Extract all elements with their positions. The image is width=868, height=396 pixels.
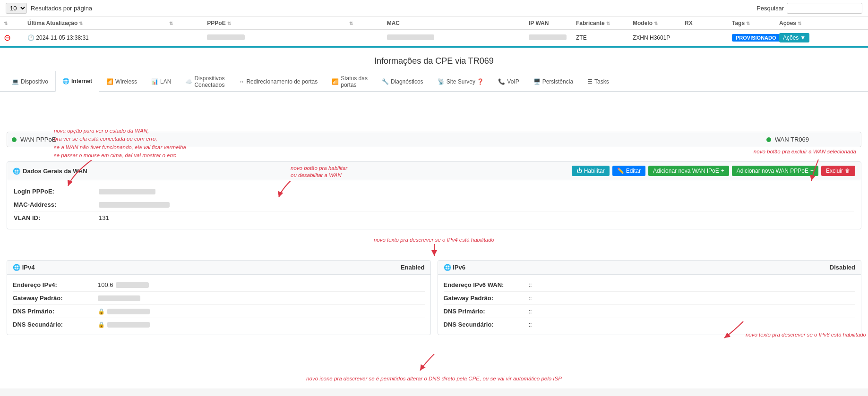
tab-wireless[interactable]: 📶 Wireless bbox=[99, 71, 144, 92]
col-rx-label: RX bbox=[685, 20, 693, 26]
col-acoes-label: Ações bbox=[779, 20, 796, 26]
col-tags: Tags ⇅ bbox=[732, 20, 779, 26]
ipv6-body: Endereço IPv6 WAN: :: Gateway Padrão: ::… bbox=[438, 275, 861, 335]
pppoe-blurred bbox=[207, 34, 245, 40]
sort-icon-3: ⇅ bbox=[169, 21, 173, 26]
row-modelo: ZXHN H3601P bbox=[633, 34, 685, 41]
ipv6-endereco-label: Endereço IPv6 WAN: bbox=[444, 281, 529, 288]
arrow-ipv4-enabled bbox=[420, 244, 448, 258]
wan-pppoe-label: WAN PPPoE bbox=[12, 136, 56, 143]
ipv6-gateway-label: Gateway Padrão: bbox=[444, 295, 529, 302]
table-header: ⇅ Última Atualização ⇅ ⇅ PPPoE ⇅ ⇅ MAC I… bbox=[0, 17, 868, 30]
ipv6-icon: 🌐 bbox=[444, 264, 451, 271]
habilitar-button[interactable]: ⏻ Habilitar bbox=[572, 166, 610, 176]
col-ip-wan: IP WAN bbox=[529, 20, 576, 26]
tab-site-survey-label: Site Survey ❓ bbox=[447, 78, 484, 85]
content-area: nova opção para ver o estado da WAN, pra… bbox=[0, 92, 868, 388]
diagnosticos-icon: 🔧 bbox=[382, 78, 389, 85]
status-icon: ⊖ bbox=[4, 33, 11, 42]
field-ipv4-gateway: Gateway Padrão: bbox=[13, 292, 425, 305]
col-empty1: ⇅ bbox=[169, 20, 207, 26]
chevron-down-icon: ▼ bbox=[800, 34, 806, 41]
tab-dispositivo-label: Dispositivo bbox=[21, 78, 48, 85]
ipv4-dns-primario-value: 🔒 bbox=[98, 308, 150, 315]
col-pppoe-label: PPPoE bbox=[207, 20, 225, 26]
sort-icon-7: ⇅ bbox=[654, 21, 658, 26]
tab-voip-label: VoIP bbox=[507, 78, 519, 85]
tab-site-survey[interactable]: 📡 Site Survey ❓ bbox=[430, 71, 491, 92]
col-fabricante: Fabricante ⇅ bbox=[576, 20, 633, 26]
ipv6-gateway-value: :: bbox=[529, 295, 532, 302]
field-ipv6-endereco: Endereço IPv6 WAN: :: bbox=[444, 278, 856, 292]
login-pppoe-label: Login PPPoE: bbox=[14, 188, 99, 195]
wan-title-text: Dados Gerais da WAN bbox=[23, 168, 87, 175]
redirecionamento-icon: ↔️ bbox=[239, 78, 244, 85]
sort-icon-4: ⇅ bbox=[227, 21, 231, 26]
col-tags-label: Tags bbox=[732, 20, 745, 26]
sort-icon-8: ⇅ bbox=[746, 21, 750, 26]
ipv6-dns-secundario-value: :: bbox=[529, 321, 532, 328]
tag-badge: PROVISIONADO bbox=[732, 34, 780, 42]
add-pppoe-button[interactable]: Adicionar nova WAN PPPoE + bbox=[732, 166, 818, 176]
row-ip-wan bbox=[529, 34, 576, 42]
tab-persistencia[interactable]: 🖥️ Persistência bbox=[526, 71, 580, 92]
wan-section: 🌐 Dados Gerais da WAN ⏻ Habilitar ✏️ Edi… bbox=[7, 161, 861, 229]
add-ioe-button[interactable]: Adicionar nova WAN IPoE + bbox=[648, 166, 729, 176]
col-mac: MAC bbox=[387, 20, 529, 26]
col-modelo-label: Modelo bbox=[633, 20, 653, 26]
excluir-button[interactable]: Excluir 🗑 bbox=[821, 166, 855, 176]
ipv4-icon: 🌐 bbox=[13, 264, 20, 271]
top-bar-right: Pesquisar bbox=[756, 3, 862, 14]
acoes-button[interactable]: Ações ▼ bbox=[779, 33, 809, 42]
mac-blurred bbox=[387, 34, 434, 40]
site-survey-icon: 📡 bbox=[438, 78, 445, 85]
annotation-ipv4-enabled: novo texto pra descrever se o IPv4 está … bbox=[374, 237, 494, 243]
ipv6-title: 🌐 IPv6 bbox=[444, 264, 465, 271]
tab-internet[interactable]: 🌐 Internet bbox=[55, 71, 99, 92]
row-mac bbox=[387, 34, 529, 42]
lock-icon-dns2: 🔒 bbox=[98, 321, 105, 328]
tab-status-portas[interactable]: 📶 Status dasportas bbox=[325, 71, 375, 92]
col-rx: RX bbox=[685, 20, 732, 26]
acoes-label: Ações bbox=[783, 34, 799, 41]
tab-tasks[interactable]: ☰ Tasks bbox=[580, 71, 616, 92]
ipv6-status: Disabled bbox=[830, 264, 855, 271]
ipv6-dns-primario-value: :: bbox=[529, 308, 532, 315]
wan-pppoe-dot bbox=[12, 137, 17, 142]
tab-persistencia-label: Persistência bbox=[542, 78, 573, 85]
field-vlan-id: VLAN ID: 131 bbox=[14, 211, 854, 224]
col-pppoe: PPPoE ⇅ bbox=[207, 20, 349, 26]
tab-internet-label: Internet bbox=[71, 78, 92, 84]
tab-lan-label: LAN bbox=[160, 78, 171, 85]
tab-redirecionamento[interactable]: ↔️ Redirecionamento de portas bbox=[232, 71, 325, 92]
ipv6-title-text: IPv6 bbox=[453, 264, 465, 271]
editar-button[interactable]: ✏️ Editar bbox=[612, 166, 645, 176]
ipv4-section: 🌐 IPv4 Enabled Endereço IPv4: 100.6 bbox=[7, 260, 431, 335]
tab-voip[interactable]: 📞 VoIP bbox=[491, 71, 526, 92]
field-mac-address: MAC-Address: bbox=[14, 198, 854, 211]
dispositivos-icon: ☁️ bbox=[185, 78, 192, 85]
mac-address-blurred bbox=[99, 202, 170, 208]
clock-icon: 🕐 bbox=[27, 34, 34, 41]
add-pppoe-label: Adicionar nova WAN PPPoE bbox=[737, 168, 808, 174]
annotation-dns-icon: novo icone pra descrever se é permitidos… bbox=[306, 376, 562, 381]
field-ipv4-endereco: Endereço IPv4: 100.6 bbox=[13, 278, 425, 292]
arrow-dns-icon bbox=[411, 354, 458, 373]
ipv4-header: 🌐 IPv4 Enabled bbox=[7, 261, 430, 275]
tab-dispositivos-conectados[interactable]: ☁️ DispositivosConectados bbox=[178, 71, 232, 92]
ipv6-section: 🌐 IPv6 Disabled Endereço IPv6 WAN: :: Ga… bbox=[438, 260, 862, 335]
row-tag: PROVISIONADO bbox=[732, 34, 779, 41]
results-per-page-select[interactable]: 10 25 50 bbox=[6, 3, 27, 14]
col-acoes: Ações ⇅ bbox=[779, 20, 826, 26]
ipv4-title: 🌐 IPv4 bbox=[13, 264, 34, 271]
ipv4-endereco-blurred bbox=[116, 282, 149, 288]
cpe-container: Informações da CPE via TR069 💻 Dispositi… bbox=[0, 46, 868, 388]
tab-diagnosticos[interactable]: 🔧 Diagnósticos bbox=[375, 71, 430, 92]
plus-icon-pppoe: + bbox=[810, 168, 814, 174]
tab-dispositivo[interactable]: 💻 Dispositivo bbox=[5, 71, 55, 92]
tab-diagnosticos-label: Diagnósticos bbox=[391, 78, 423, 85]
search-input[interactable] bbox=[787, 3, 862, 14]
tab-lan[interactable]: 📊 LAN bbox=[144, 71, 178, 92]
power-icon: ⏻ bbox=[576, 168, 582, 174]
mac-address-label: MAC-Address: bbox=[14, 201, 99, 208]
